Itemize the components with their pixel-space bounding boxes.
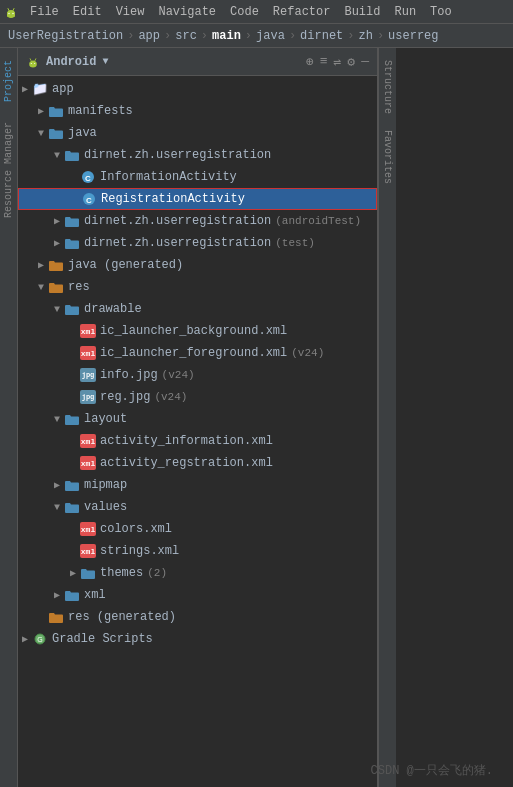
- tree-item-xml[interactable]: ▶xml: [18, 584, 377, 606]
- file-tree: ▶📁app▶manifests▼java▼dirnet.zh.userregis…: [18, 76, 377, 787]
- tree-arrow[interactable]: ▶: [50, 589, 64, 601]
- tree-item-icon-xml: xml: [80, 543, 96, 559]
- panel-header-icons: ⊕ ≡ ⇌ ⚙ —: [306, 54, 369, 70]
- tab-structure[interactable]: Structure: [380, 52, 395, 122]
- tree-item-values[interactable]: ▼values: [18, 496, 377, 518]
- breadcrumb-app[interactable]: app: [138, 29, 160, 43]
- tree-item-text: dirnet.zh.userregistration: [84, 236, 271, 250]
- menu-items: File Edit View Navigate Code Refactor Bu…: [24, 3, 458, 21]
- tab-project[interactable]: Project: [1, 52, 16, 110]
- menu-run[interactable]: Run: [388, 3, 422, 21]
- tree-item-icon-folder-blue: [48, 125, 64, 141]
- tree-item-dirnet-main[interactable]: ▼dirnet.zh.userregistration: [18, 144, 377, 166]
- breadcrumb-userreg[interactable]: userreg: [388, 29, 438, 43]
- tree-arrow[interactable]: ▼: [50, 502, 64, 513]
- tree-item-ic_launcher_background[interactable]: xmlic_launcher_background.xml: [18, 320, 377, 342]
- tree-arrow[interactable]: ▶: [18, 83, 32, 95]
- menu-tools[interactable]: Too: [424, 3, 458, 21]
- tree-item-dirnet-test[interactable]: ▶dirnet.zh.userregistration (test): [18, 232, 377, 254]
- tree-item-text: RegistrationActivity: [101, 192, 245, 206]
- breadcrumb-src[interactable]: src: [175, 29, 197, 43]
- tree-item-colors[interactable]: xmlcolors.xml: [18, 518, 377, 540]
- tree-item-icon-xml: xml: [80, 323, 96, 339]
- tree-item-activity_regstration[interactable]: xmlactivity_regstration.xml: [18, 452, 377, 474]
- tree-item-java-generated[interactable]: ▶java (generated): [18, 254, 377, 276]
- tree-item-text: themes: [100, 566, 143, 580]
- breadcrumb-zh[interactable]: zh: [359, 29, 373, 43]
- tree-item-res-generated[interactable]: res (generated): [18, 606, 377, 628]
- breadcrumb-java[interactable]: java: [256, 29, 285, 43]
- tree-item-subtext: (v24): [154, 391, 187, 403]
- tree-item-text: ic_launcher_background.xml: [100, 324, 287, 338]
- tree-item-text: res (generated): [68, 610, 176, 624]
- tree-item-drawable[interactable]: ▼drawable: [18, 298, 377, 320]
- menu-refactor[interactable]: Refactor: [267, 3, 337, 21]
- tree-item-subtext: (androidTest): [275, 215, 361, 227]
- tree-arrow[interactable]: ▶: [50, 237, 64, 249]
- panel-dropdown[interactable]: ▼: [102, 56, 108, 67]
- tree-item-layout[interactable]: ▼layout: [18, 408, 377, 430]
- svg-text:C: C: [86, 196, 92, 205]
- tree-arrow[interactable]: ▼: [50, 304, 64, 315]
- menu-edit[interactable]: Edit: [67, 3, 108, 21]
- tree-arrow[interactable]: ▼: [50, 150, 64, 161]
- tree-item-text: InformationActivity: [100, 170, 237, 184]
- svg-line-11: [35, 58, 36, 60]
- breadcrumb-userregistration[interactable]: UserRegistration: [8, 29, 123, 43]
- tree-arrow[interactable]: ▶: [50, 479, 64, 491]
- tree-item-icon-folder-blue: [64, 477, 80, 493]
- menu-file[interactable]: File: [24, 3, 65, 21]
- tree-item-gradle-scripts[interactable]: ▶GGradle Scripts: [18, 628, 377, 650]
- tree-item-icon-folder-android: 📁: [32, 81, 48, 97]
- tree-item-res[interactable]: ▼res: [18, 276, 377, 298]
- tree-item-icon-gradle: G: [32, 631, 48, 647]
- panel-icon-sync[interactable]: ⇌: [334, 54, 342, 70]
- tree-arrow[interactable]: ▶: [18, 633, 32, 645]
- tree-arrow[interactable]: ▶: [34, 259, 48, 271]
- tree-item-text: values: [84, 500, 127, 514]
- tree-item-text: java: [68, 126, 97, 140]
- tree-item-reg_jpg[interactable]: jpgreg.jpg (v24): [18, 386, 377, 408]
- tree-item-info_jpg[interactable]: jpginfo.jpg (v24): [18, 364, 377, 386]
- tree-item-icon-folder-blue: [64, 301, 80, 317]
- tree-arrow[interactable]: ▼: [34, 128, 48, 139]
- tree-arrow[interactable]: ▶: [34, 105, 48, 117]
- tree-arrow[interactable]: ▶: [50, 215, 64, 227]
- tree-item-ic_launcher_foreground[interactable]: xmlic_launcher_foreground.xml (v24): [18, 342, 377, 364]
- tree-arrow[interactable]: ▼: [50, 414, 64, 425]
- menu-code[interactable]: Code: [224, 3, 265, 21]
- tree-item-activity_information[interactable]: xmlactivity_information.xml: [18, 430, 377, 452]
- tree-item-RegistrationActivity[interactable]: CRegistrationActivity: [18, 188, 377, 210]
- tree-item-InformationActivity[interactable]: CInformationActivity: [18, 166, 377, 188]
- tree-item-icon-folder-blue: [64, 499, 80, 515]
- tree-item-text: xml: [84, 588, 106, 602]
- tree-item-text: activity_information.xml: [100, 434, 273, 448]
- menu-view[interactable]: View: [110, 3, 151, 21]
- tree-item-mipmap[interactable]: ▶mipmap: [18, 474, 377, 496]
- tree-item-subtext: (test): [275, 237, 315, 249]
- tab-favorites[interactable]: Favorites: [380, 122, 395, 192]
- tree-item-icon-xml: xml: [80, 433, 96, 449]
- panel-icon-add[interactable]: ⊕: [306, 54, 314, 70]
- tree-item-dirnet-android[interactable]: ▶dirnet.zh.userregistration (androidTest…: [18, 210, 377, 232]
- menu-build[interactable]: Build: [338, 3, 386, 21]
- tree-item-icon-folder-res: [48, 279, 64, 295]
- tree-item-text: ic_launcher_foreground.xml: [100, 346, 287, 360]
- tree-item-app[interactable]: ▶📁app: [18, 78, 377, 100]
- tree-item-text: drawable: [84, 302, 142, 316]
- panel-icon-list[interactable]: ≡: [320, 54, 328, 70]
- android-icon: [4, 5, 18, 19]
- tab-resource-manager[interactable]: Resource Manager: [1, 114, 16, 226]
- tree-arrow[interactable]: ▶: [66, 567, 80, 579]
- breadcrumb-dirnet[interactable]: dirnet: [300, 29, 343, 43]
- tree-item-manifests[interactable]: ▶manifests: [18, 100, 377, 122]
- tree-item-strings[interactable]: xmlstrings.xml: [18, 540, 377, 562]
- tree-item-themes[interactable]: ▶themes (2): [18, 562, 377, 584]
- svg-point-9: [34, 62, 35, 63]
- panel-icon-settings[interactable]: ⚙: [347, 54, 355, 70]
- breadcrumb-main[interactable]: main: [212, 29, 241, 43]
- tree-item-java[interactable]: ▼java: [18, 122, 377, 144]
- tree-arrow[interactable]: ▼: [34, 282, 48, 293]
- menu-navigate[interactable]: Navigate: [152, 3, 222, 21]
- panel-icon-minimize[interactable]: —: [361, 54, 369, 70]
